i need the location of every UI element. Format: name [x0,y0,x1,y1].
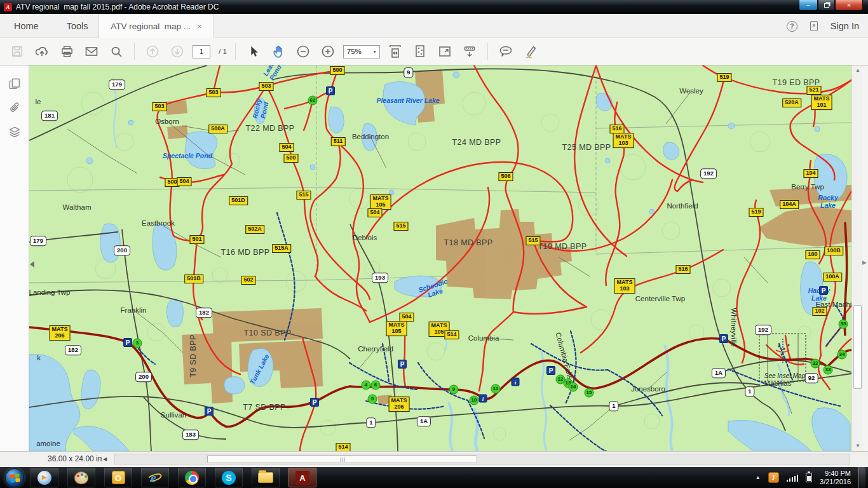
place-label: T16 MD BPP [221,248,270,257]
media-player-icon: ▶ [37,471,51,485]
hand-tool-button[interactable] [269,42,288,61]
taskbar-item-chrome[interactable] [178,468,206,487]
place-label: Berry Twp [791,183,824,191]
see-inset-map-note: See Inset Map [764,372,805,379]
previous-page-button[interactable] [143,42,162,61]
trail-number-badge: 501 [189,235,204,244]
sign-in-button[interactable]: Sign In [831,21,859,31]
info-icon: i [479,395,487,403]
fit-width-button[interactable] [386,42,405,61]
route-shield: 181 [41,111,58,121]
place-label: T10 SD BPP [244,329,292,337]
select-tool-button[interactable] [244,42,263,61]
trail-number-badge: 515 [526,236,540,245]
taskbar-item-windows-media-player[interactable]: ▶ [31,468,58,487]
help-icon[interactable]: ? [787,21,797,32]
start-button[interactable] [5,468,24,487]
trail-number-badge: 104A [780,200,799,209]
route-shield: 193 [372,273,388,283]
search-button[interactable] [107,42,126,61]
parking-icon: P [398,360,407,369]
fullscreen-icon [437,44,452,59]
share-button[interactable] [32,42,51,61]
folder-icon [258,472,273,483]
zoom-level-dropdown[interactable]: 75% ▾ [343,45,380,58]
mobile-notification-icon[interactable]: x [810,21,818,31]
minimize-button[interactable]: – [799,0,818,11]
document-tab[interactable]: ATV regional map ... × [98,14,214,38]
restore-button[interactable] [818,0,835,11]
next-page-button[interactable] [168,42,187,61]
clock[interactable]: 9:40 PM 3/21/2016 [820,470,851,486]
scroll-left-icon[interactable]: ◀ [103,456,107,462]
tab-home[interactable]: Home [0,14,53,38]
fit-page-button[interactable] [410,42,430,61]
pdf-map-document[interactable]: 179181919220017918220018219318311A11A192… [29,65,851,451]
desktop-screen: A ATV regional map fall 2015.pdf - Adobe… [0,0,868,488]
route-shield: 1A [417,416,431,426]
page-thumbnails-icon[interactable] [8,77,22,91]
attachments-paperclip-icon[interactable] [8,101,22,115]
fullscreen-button[interactable] [435,42,454,61]
trail-number-badge: 504 [279,143,294,152]
comment-button[interactable] [496,42,515,61]
trail-number-badge: 503 [206,88,220,97]
taskbar-item-skype[interactable]: S [215,468,243,487]
taskbar-item-file-explorer[interactable] [252,468,280,487]
horizontal-scrollbar-thumb[interactable] [207,455,477,463]
zoom-in-button[interactable] [318,42,337,61]
scroll-down-icon[interactable]: ▼ [852,441,864,451]
taskbar-item-paint[interactable] [67,468,95,487]
water-label: Pleasant River Lake [376,97,439,104]
scrollbar-grip [340,458,344,462]
page-number-input[interactable]: 1 [193,45,210,58]
save-button[interactable] [8,42,27,61]
trail-number-badge: 100B [824,247,843,255]
parking-icon: P [326,86,335,95]
scroll-up-icon[interactable]: ▲ [852,65,864,76]
taskbar-item-internet-explorer[interactable]: e [141,468,169,487]
waypoint-marker: 32 [811,359,820,369]
zoom-out-button[interactable] [294,42,313,61]
place-label: Machias [764,379,792,387]
window-titlebar: A ATV regional map fall 2015.pdf - Adobe… [0,0,868,14]
parking-icon: P [719,334,728,343]
network-signal-icon[interactable] [787,474,799,482]
tray-expand-icon[interactable]: ▲ [756,475,761,480]
horizontal-scrollbar[interactable] [114,454,850,464]
taskbar-item-outlook[interactable]: O [104,468,132,487]
layers-icon[interactable] [8,125,22,139]
sidebar-collapse-arrow-icon[interactable] [30,261,34,268]
highlighter-pen-icon [523,44,538,59]
route-shield: 179 [30,236,46,246]
document-tab-close-icon[interactable]: × [197,22,202,30]
clock-date: 3/21/2016 [820,478,851,486]
email-button[interactable] [82,42,101,61]
taskbar-item-adobe-reader-active[interactable]: A [288,468,316,487]
close-button[interactable]: × [835,0,863,11]
place-label: Eastbrook [142,219,175,227]
print-button[interactable] [57,42,76,61]
trail-number-badge: 100A [823,273,842,281]
highlight-button[interactable] [521,42,540,61]
tools-panel-expand-icon[interactable]: ▶ [862,259,867,266]
route-shield: 1 [609,401,618,411]
trail-number-badge: 503 [152,102,166,111]
waypoint-marker: 33 [824,365,833,375]
windows-taskbar: ▶ O e S A ▲ J 9:40 [0,467,868,488]
place-label: Jonesboro [631,385,665,393]
tab-tools[interactable]: Tools [53,14,102,38]
tray-app-icon[interactable]: J [768,472,779,483]
main-toolbar: 1 / 1 75% ▾ [0,38,868,65]
restore-icon [824,3,829,8]
place-label: Franklin [121,306,147,314]
show-desktop-button[interactable] [858,467,865,488]
trail-number-badge: 514 [336,443,350,451]
battery-icon[interactable] [806,473,812,482]
map-graphics [29,65,851,451]
place-label: T9 SD BPP [189,334,198,377]
vertical-scrollbar[interactable]: ▲ ▼ [851,65,863,451]
reading-mode-button[interactable] [460,42,479,61]
trail-number-badge: 501B [184,274,203,283]
vertical-scrollbar-thumb[interactable] [853,305,862,389]
